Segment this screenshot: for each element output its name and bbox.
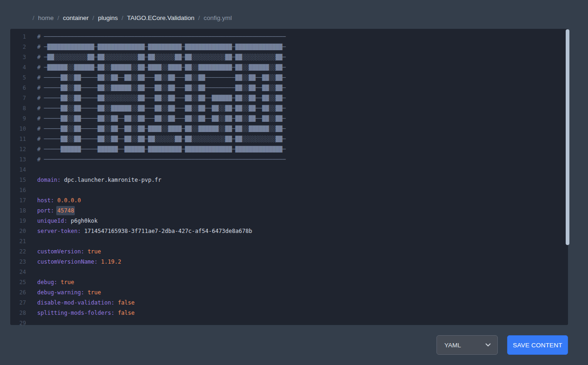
- code-segment: splitting-mods-folders:: [37, 310, 114, 316]
- editor-line[interactable]: 14: [10, 165, 568, 175]
- line-number: 24: [10, 267, 32, 277]
- editor-line[interactable]: 11# ─────██░░██─────██░░██──██░░██─██░░░…: [10, 134, 568, 144]
- editor-line[interactable]: 25debug: true: [10, 277, 568, 287]
- code-segment: customVersion:: [37, 248, 84, 255]
- code-segment: # ─────██████─────██████──██████─███████…: [37, 146, 286, 153]
- code-segment: # ──────────────────────────────────────…: [37, 33, 286, 40]
- editor-line[interactable]: 13# ────────────────────────────────────…: [10, 154, 568, 165]
- save-content-button[interactable]: SAVE CONTENT: [507, 335, 568, 355]
- editor-line[interactable]: 15domain: dpc.launcher.kamronite-pvp.fr: [10, 175, 568, 185]
- code-segment: debug:: [37, 279, 57, 285]
- breadcrumb: /home/container/plugins/TAIGO.ECore.Vali…: [0, 0, 588, 29]
- line-number: 1: [10, 32, 32, 42]
- code-segment: debug-warning:: [37, 289, 84, 296]
- line-content: # ─────██░░██─────██░░██──██░░██───██░░█…: [37, 113, 286, 124]
- line-content: # ─██████████████─██████████████─███████…: [37, 42, 286, 52]
- code-segment: true: [84, 289, 101, 296]
- line-content: debug-warning: true: [37, 287, 101, 298]
- editor-line[interactable]: 26debug-warning: true: [10, 287, 568, 298]
- line-number: 8: [10, 103, 32, 113]
- editor-line[interactable]: 24: [10, 267, 568, 277]
- code-segment: 1714547165938-3f711ae7-2dba-427c-af54-64…: [81, 228, 252, 234]
- editor-line[interactable]: 22customVersion: true: [10, 246, 568, 257]
- editor-wrap: 1# ─────────────────────────────────────…: [10, 29, 568, 325]
- breadcrumb-segment-container[interactable]: container: [63, 14, 89, 22]
- editor-line[interactable]: 6# ─────██░░██─────██░░██████░░██───██░░…: [10, 83, 568, 93]
- line-content: customVersionName: 1.19.2: [37, 257, 121, 267]
- code-segment: server-token:: [37, 228, 81, 234]
- code-segment: 1.19.2: [98, 259, 121, 265]
- editor-line[interactable]: 3# ─██░░░░░░░░░░██─██░░░░░░░░░░██─██░░░░…: [10, 52, 568, 62]
- language-select[interactable]: YAML: [436, 335, 498, 355]
- code-segment: # ─────██░░██─────██░░██████░░██───██░░█…: [37, 85, 286, 91]
- code-segment: 45748: [56, 206, 75, 215]
- line-content: host: 0.0.0.0: [37, 195, 81, 206]
- editor-line[interactable]: 23customVersionName: 1.19.2: [10, 257, 568, 267]
- editor-line[interactable]: 21: [10, 236, 568, 246]
- editor-line[interactable]: 19uniqueId: p6gh0kok: [10, 216, 568, 226]
- breadcrumb-separator: /: [58, 14, 59, 22]
- line-number: 6: [10, 83, 32, 93]
- editor-line[interactable]: 9# ─────██░░██─────██░░██──██░░██───██░░…: [10, 113, 568, 124]
- editor-line[interactable]: 18port: 45748: [10, 206, 568, 216]
- line-number: 17: [10, 195, 32, 206]
- editor-line[interactable]: 12# ─────██████─────██████──██████─█████…: [10, 144, 568, 154]
- editor-line[interactable]: 5# ─────██░░██─────██░░██──██░░██───██░░…: [10, 73, 568, 83]
- line-content: # ─██░░░░░░░░░░██─██░░░░░░░░░░██─██░░░░░…: [37, 52, 286, 62]
- breadcrumb-separator: /: [92, 14, 94, 22]
- code-segment: false: [114, 310, 134, 316]
- code-segment: # ─────██░░██─────██░░░░░░░░░░██───██░░█…: [37, 95, 286, 101]
- line-number: 29: [10, 318, 32, 325]
- line-number: 23: [10, 257, 32, 267]
- editor-line[interactable]: 20server-token: 1714547165938-3f711ae7-2…: [10, 226, 568, 236]
- line-number: 21: [10, 236, 32, 246]
- breadcrumb-separator: /: [33, 14, 34, 22]
- language-select-value: YAML: [444, 342, 461, 349]
- chevron-down-icon: [485, 343, 491, 347]
- editor-line[interactable]: 16: [10, 185, 568, 195]
- code-segment: host:: [37, 197, 54, 204]
- line-number: 18: [10, 206, 32, 216]
- code-segment: # ─██████████████─██████████████─███████…: [37, 44, 286, 50]
- editor-line[interactable]: 1# ─────────────────────────────────────…: [10, 32, 568, 42]
- editor-line[interactable]: 17host: 0.0.0.0: [10, 195, 568, 206]
- code-segment: domain:: [37, 177, 61, 183]
- line-content: # ─────██░░██─────██░░██──██░░██───██░░█…: [37, 73, 286, 83]
- editor-line[interactable]: 7# ─────██░░██─────██░░░░░░░░░░██───██░░…: [10, 93, 568, 103]
- editor-line[interactable]: 29: [10, 318, 568, 325]
- line-content: splitting-mods-folders: false: [37, 308, 135, 318]
- editor-line[interactable]: 28splitting-mods-folders: false: [10, 308, 568, 318]
- breadcrumb-separator: /: [198, 14, 200, 22]
- line-content: # ──────────────────────────────────────…: [37, 32, 286, 42]
- code-segment: true: [57, 279, 74, 285]
- breadcrumb-segment-home: home: [38, 14, 54, 22]
- line-content: # ──────────────────────────────────────…: [37, 154, 286, 165]
- line-content: # ─────██░░██─────██░░░░░░░░░░██───██░░█…: [37, 93, 286, 103]
- editor-controls: YAML SAVE CONTENT: [10, 335, 568, 355]
- line-number: 4: [10, 62, 32, 73]
- code-segment: uniqueId:: [37, 218, 67, 224]
- code-segment: disable-mod-validation:: [37, 299, 114, 306]
- line-content: domain: dpc.launcher.kamronite-pvp.fr: [37, 175, 161, 185]
- code-segment: # ─────██░░██─────██░░██████░░██───██░░█…: [37, 105, 286, 112]
- code-segment: p6gh0kok: [67, 218, 98, 224]
- line-number: 3: [10, 52, 32, 62]
- line-number: 2: [10, 42, 32, 52]
- code-segment: # ─────██░░██─────██░░██──██░░██─████░░█…: [37, 126, 286, 132]
- code-segment: false: [114, 299, 134, 306]
- breadcrumb-segment-taigo-ecore-validation[interactable]: TAIGO.ECore.Validation: [127, 14, 194, 22]
- code-segment: # ─────██░░██─────██░░██──██░░██───██░░█…: [37, 74, 286, 81]
- editor-line[interactable]: 8# ─────██░░██─────██░░██████░░██───██░░…: [10, 103, 568, 113]
- code-segment: # ─────██░░██─────██░░██──██░░██─██░░░░░…: [37, 136, 286, 142]
- code-segment: dpc.launcher.kamronite-pvp.fr: [61, 177, 162, 183]
- editor-scrollbar-thumb[interactable]: [566, 29, 569, 245]
- code-segment: # ─────██░░██─────██░░██──██░░██───██░░█…: [37, 115, 286, 122]
- editor-line[interactable]: 27disable-mod-validation: false: [10, 298, 568, 308]
- line-number: 13: [10, 154, 32, 165]
- editor-line[interactable]: 2# ─██████████████─██████████████─██████…: [10, 42, 568, 52]
- breadcrumb-segment-plugins[interactable]: plugins: [98, 14, 118, 22]
- editor-line[interactable]: 10# ─────██░░██─────██░░██──██░░██─████░…: [10, 124, 568, 134]
- editor-line[interactable]: 4# ─██████░░██████─██░░██████░░██─████░░…: [10, 62, 568, 73]
- line-number: 27: [10, 298, 32, 308]
- code-editor[interactable]: 1# ─────────────────────────────────────…: [10, 29, 568, 325]
